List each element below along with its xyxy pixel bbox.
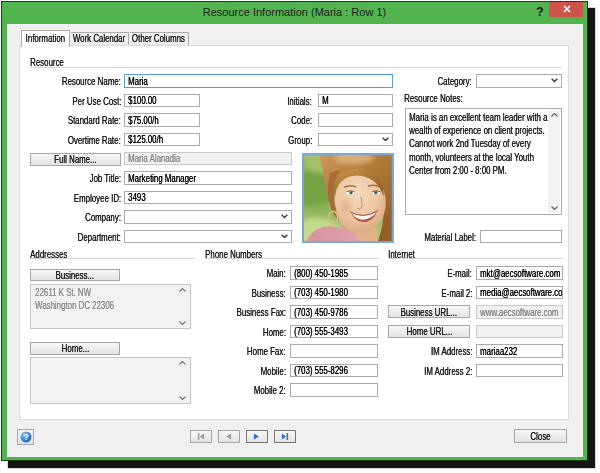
svg-text:?: ? (23, 432, 28, 442)
